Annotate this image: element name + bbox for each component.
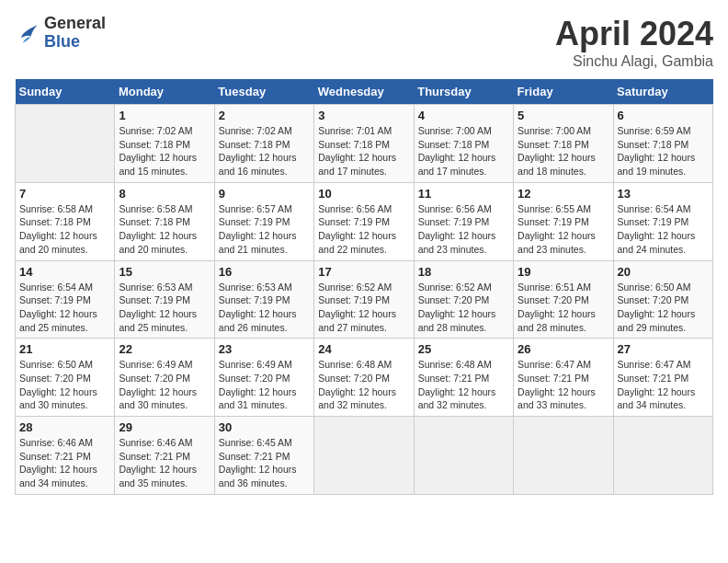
daylight-text-cont: and 23 minutes. (518, 243, 609, 257)
sunrise-text: Sunrise: 6:53 AM (219, 281, 310, 294)
daylight-text: Daylight: 12 hours (119, 151, 210, 165)
daylight-text: Daylight: 12 hours (618, 307, 709, 321)
daylight-text-cont: and 32 minutes. (418, 398, 509, 412)
sunrise-text: Sunrise: 6:56 AM (418, 202, 509, 216)
daylight-text: Daylight: 12 hours (518, 229, 609, 243)
sunrise-text: Sunrise: 6:55 AM (518, 202, 609, 216)
day-number: 5 (518, 109, 609, 122)
day-detail: Sunrise: 6:49 AMSunset: 7:20 PMDaylight:… (219, 358, 310, 412)
daylight-text-cont: and 34 minutes. (618, 398, 709, 412)
calendar-cell: 1Sunrise: 7:02 AMSunset: 7:18 PMDaylight… (115, 105, 214, 183)
calendar-cell: 11Sunrise: 6:56 AMSunset: 7:19 PMDayligh… (414, 182, 513, 260)
sunrise-text: Sunrise: 7:02 AM (119, 124, 210, 138)
day-detail: Sunrise: 7:00 AMSunset: 7:18 PMDaylight:… (518, 124, 609, 178)
day-number: 21 (19, 342, 110, 356)
daylight-text-cont: and 28 minutes. (418, 321, 509, 335)
calendar-week-row: 14Sunrise: 6:54 AMSunset: 7:19 PMDayligh… (16, 260, 713, 339)
calendar-header-row: SundayMondayTuesdayWednesdayThursdayFrid… (16, 79, 713, 105)
daylight-text-cont: and 31 minutes. (219, 398, 310, 412)
day-detail: Sunrise: 6:49 AMSunset: 7:20 PMDaylight:… (119, 358, 210, 412)
day-detail: Sunrise: 7:02 AMSunset: 7:18 PMDaylight:… (219, 124, 310, 178)
daylight-text: Daylight: 12 hours (518, 385, 609, 399)
day-detail: Sunrise: 6:47 AMSunset: 7:21 PMDaylight:… (618, 358, 709, 412)
sunset-text: Sunset: 7:19 PM (219, 215, 310, 229)
daylight-text: Daylight: 12 hours (318, 151, 409, 165)
day-of-week-header: Friday (514, 79, 613, 105)
sunset-text: Sunset: 7:21 PM (518, 372, 609, 385)
sunset-text: Sunset: 7:20 PM (418, 293, 509, 307)
daylight-text: Daylight: 12 hours (19, 463, 110, 477)
day-detail: Sunrise: 7:02 AMSunset: 7:18 PMDaylight:… (119, 124, 210, 178)
daylight-text: Daylight: 12 hours (119, 229, 210, 243)
daylight-text: Daylight: 12 hours (219, 151, 310, 165)
calendar-cell: 26Sunrise: 6:47 AMSunset: 7:21 PMDayligh… (514, 339, 613, 417)
daylight-text-cont: and 28 minutes. (518, 321, 609, 335)
day-number: 17 (318, 265, 409, 279)
sunrise-text: Sunrise: 6:51 AM (518, 281, 609, 294)
calendar-cell: 7Sunrise: 6:58 AMSunset: 7:18 PMDaylight… (16, 182, 115, 260)
sunset-text: Sunset: 7:18 PM (219, 138, 310, 152)
sunset-text: Sunset: 7:18 PM (518, 138, 609, 152)
day-detail: Sunrise: 6:54 AMSunset: 7:19 PMDaylight:… (19, 281, 110, 335)
daylight-text-cont: and 27 minutes. (318, 321, 409, 335)
calendar-cell: 28Sunrise: 6:46 AMSunset: 7:21 PMDayligh… (16, 417, 115, 495)
daylight-text-cont: and 18 minutes. (518, 165, 609, 178)
sunset-text: Sunset: 7:19 PM (518, 215, 609, 229)
day-of-week-header: Monday (115, 79, 214, 105)
day-number: 15 (119, 265, 210, 279)
calendar-cell: 15Sunrise: 6:53 AMSunset: 7:19 PMDayligh… (115, 260, 214, 339)
daylight-text: Daylight: 12 hours (418, 151, 509, 165)
calendar-cell: 18Sunrise: 6:52 AMSunset: 7:20 PMDayligh… (414, 260, 513, 339)
day-detail: Sunrise: 6:58 AMSunset: 7:18 PMDaylight:… (119, 202, 210, 257)
daylight-text: Daylight: 12 hours (119, 385, 210, 399)
calendar-cell: 2Sunrise: 7:02 AMSunset: 7:18 PMDaylight… (214, 105, 313, 183)
sunrise-text: Sunrise: 6:54 AM (19, 281, 110, 294)
calendar-week-row: 21Sunrise: 6:50 AMSunset: 7:20 PMDayligh… (16, 339, 713, 417)
calendar-cell (314, 417, 414, 495)
title-area: April 2024 Sinchu Alagi, Gambia (555, 15, 713, 70)
day-detail: Sunrise: 6:46 AMSunset: 7:21 PMDaylight:… (119, 436, 210, 490)
daylight-text-cont: and 33 minutes. (518, 398, 609, 412)
sunset-text: Sunset: 7:18 PM (418, 138, 509, 152)
daylight-text-cont: and 21 minutes. (219, 243, 310, 257)
calendar-cell (16, 105, 115, 183)
sunset-text: Sunset: 7:18 PM (318, 138, 409, 152)
daylight-text-cont: and 25 minutes. (19, 321, 110, 335)
day-number: 9 (219, 187, 310, 201)
day-number: 16 (219, 265, 310, 279)
sunset-text: Sunset: 7:19 PM (119, 293, 210, 307)
sunrise-text: Sunrise: 6:53 AM (119, 281, 210, 294)
day-detail: Sunrise: 6:45 AMSunset: 7:21 PMDaylight:… (219, 436, 310, 490)
calendar-cell: 9Sunrise: 6:57 AMSunset: 7:19 PMDaylight… (214, 182, 313, 260)
calendar-cell: 24Sunrise: 6:48 AMSunset: 7:20 PMDayligh… (314, 339, 414, 417)
daylight-text-cont: and 30 minutes. (119, 398, 210, 412)
daylight-text: Daylight: 12 hours (318, 229, 409, 243)
day-detail: Sunrise: 6:56 AMSunset: 7:19 PMDaylight:… (418, 202, 509, 257)
calendar-cell: 29Sunrise: 6:46 AMSunset: 7:21 PMDayligh… (115, 417, 214, 495)
day-detail: Sunrise: 7:00 AMSunset: 7:18 PMDaylight:… (418, 124, 509, 178)
calendar-cell: 16Sunrise: 6:53 AMSunset: 7:19 PMDayligh… (214, 260, 313, 339)
sunset-text: Sunset: 7:21 PM (119, 450, 210, 464)
daylight-text: Daylight: 12 hours (518, 151, 609, 165)
sunset-text: Sunset: 7:20 PM (618, 293, 709, 307)
daylight-text-cont: and 22 minutes. (318, 243, 409, 257)
sunrise-text: Sunrise: 6:52 AM (318, 281, 409, 294)
daylight-text-cont: and 26 minutes. (219, 321, 310, 335)
calendar-cell: 12Sunrise: 6:55 AMSunset: 7:19 PMDayligh… (514, 182, 613, 260)
day-number: 20 (618, 265, 709, 279)
sunset-text: Sunset: 7:19 PM (418, 215, 509, 229)
day-of-week-header: Thursday (414, 79, 513, 105)
day-detail: Sunrise: 6:58 AMSunset: 7:18 PMDaylight:… (19, 202, 110, 257)
sunset-text: Sunset: 7:19 PM (318, 215, 409, 229)
sunrise-text: Sunrise: 6:56 AM (318, 202, 409, 216)
day-detail: Sunrise: 6:56 AMSunset: 7:19 PMDaylight:… (318, 202, 409, 257)
sunset-text: Sunset: 7:18 PM (119, 215, 210, 229)
sunset-text: Sunset: 7:20 PM (219, 372, 310, 385)
sunrise-text: Sunrise: 6:46 AM (119, 436, 210, 450)
day-number: 2 (219, 109, 310, 122)
daylight-text: Daylight: 12 hours (119, 463, 210, 477)
sunrise-text: Sunrise: 6:52 AM (418, 281, 509, 294)
daylight-text-cont: and 16 minutes. (219, 165, 310, 178)
daylight-text-cont: and 30 minutes. (19, 398, 110, 412)
day-detail: Sunrise: 6:55 AMSunset: 7:19 PMDaylight:… (518, 202, 609, 257)
